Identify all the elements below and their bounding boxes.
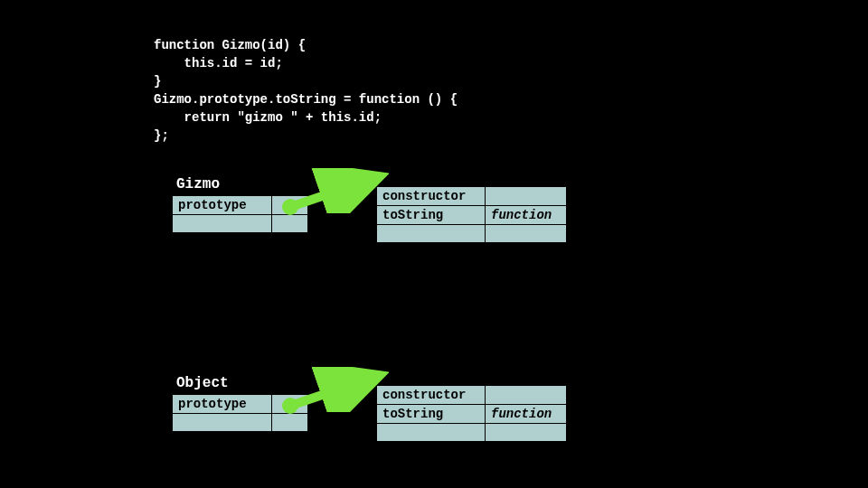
code-line-5: return "gizmo " + this.id; bbox=[154, 110, 382, 125]
gizmo-tostring-label: toString bbox=[377, 206, 486, 225]
gizmo-title: Gizmo bbox=[176, 176, 220, 192]
object-target-empty-value bbox=[486, 424, 567, 442]
code-line-6: }; bbox=[154, 128, 169, 143]
object-constructor-value bbox=[486, 386, 567, 405]
gizmo-target-empty-label bbox=[377, 225, 486, 243]
object-constructor-label: constructor bbox=[377, 386, 486, 405]
object-title: Object bbox=[176, 375, 229, 391]
object-pointer-dot-icon bbox=[282, 398, 298, 414]
gizmo-empty-value bbox=[272, 215, 308, 233]
gizmo-prototype-label: prototype bbox=[173, 196, 272, 215]
gizmo-target-empty-value bbox=[486, 225, 567, 243]
code-line-1: function Gizmo(id) { bbox=[154, 38, 306, 52]
gizmo-empty-label bbox=[173, 215, 272, 233]
gizmo-target-table: constructor toStringfunction bbox=[376, 186, 567, 243]
object-target-empty-label bbox=[377, 424, 486, 442]
gizmo-pointer-dot-icon bbox=[282, 199, 298, 215]
object-target-table: constructor toStringfunction bbox=[376, 385, 567, 442]
code-block: function Gizmo(id) { this.id = id; } Giz… bbox=[154, 36, 458, 145]
code-line-4: Gizmo.prototype.toString = function () { bbox=[154, 92, 458, 107]
gizmo-tostring-value: function bbox=[486, 206, 567, 225]
gizmo-constructor-value bbox=[486, 187, 567, 206]
code-line-2: this.id = id; bbox=[154, 56, 283, 70]
object-empty-label bbox=[173, 414, 272, 432]
object-tostring-label: toString bbox=[377, 405, 486, 424]
gizmo-constructor-label: constructor bbox=[377, 187, 486, 206]
object-prototype-label: prototype bbox=[173, 395, 272, 414]
object-empty-value bbox=[272, 414, 308, 432]
object-tostring-value: function bbox=[486, 405, 567, 424]
code-line-3: } bbox=[154, 74, 161, 89]
